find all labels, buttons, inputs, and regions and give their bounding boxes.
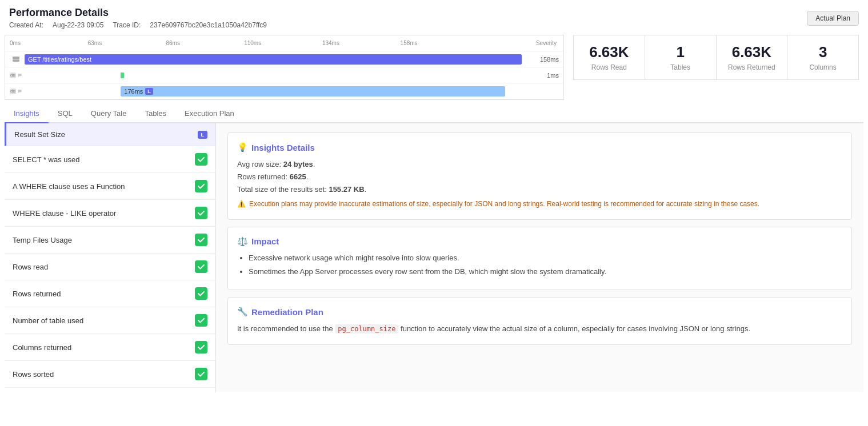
stat-rows-returned: 6.63K Rows Returned	[717, 35, 788, 79]
insight-item-temp-files[interactable]: Temp Files Usage	[5, 227, 215, 254]
insight-item-result-set-size[interactable]: Result Set Size L	[5, 123, 215, 146]
rows-returned-value: 6.63K	[726, 43, 778, 61]
tab-insights[interactable]: Insights	[5, 105, 49, 123]
dot-duration: 1ms	[547, 70, 559, 81]
insight-item-rows-read[interactable]: Rows read	[5, 254, 215, 280]
check-icon-rows-read	[195, 260, 207, 273]
thumbs-down-icon	[17, 72, 22, 79]
detail-insights-body: Avg row size: 24 bytes. Rows returned: 6…	[237, 158, 842, 210]
detail-remediation-title: 🔧 Remediation Plan	[237, 307, 842, 317]
insight-label-rows-returned: Rows returned	[13, 290, 61, 298]
insight-item-rows-sorted[interactable]: Rows sorted	[5, 361, 215, 388]
svg-rect-1	[13, 59, 19, 62]
svg-rect-0	[13, 57, 19, 59]
insight-item-where-function[interactable]: A WHERE clause uses a Function	[5, 173, 215, 200]
created-at-value: Aug-22-23 09:05	[53, 21, 103, 29]
insight-label-temp-files: Temp Files Usage	[13, 236, 72, 244]
detail-impact-title: ⚖️ Impact	[237, 236, 842, 247]
page-header: Performance Details Created At: Aug-22-2…	[0, 0, 868, 33]
row-thumb-1: db	[10, 73, 16, 78]
impact-icon: ⚖️	[237, 236, 248, 247]
tabs-bar: Insights SQL Query Tale Tables Execution…	[5, 105, 863, 123]
detail-insights-title: 💡 Insights Details	[237, 142, 842, 152]
timeline-panel: 0ms 63ms 86ms 110ms 134ms 158ms Severity…	[5, 35, 564, 100]
ruler-63ms: 63ms	[88, 40, 166, 46]
columns-label: Columns	[797, 63, 849, 71]
impact-list: Excessive network usage which might reso…	[237, 252, 842, 279]
detail-remediation-body: It is recommended to use the pg_column_s…	[237, 323, 842, 335]
insight-item-rows-returned[interactable]: Rows returned	[5, 280, 215, 307]
tab-execution-plan[interactable]: Execution Plan	[175, 105, 243, 123]
rows-read-value: 6.63K	[583, 43, 635, 61]
tab-tables[interactable]: Tables	[135, 105, 175, 123]
page-title: Performance Details	[9, 7, 267, 19]
stat-tables: 1 Tables	[645, 35, 717, 79]
insight-item-where-like[interactable]: WHERE clause - LIKE operator	[5, 200, 215, 227]
check-icon-rows-sorted	[195, 368, 207, 380]
insight-label-columns-returned: Columns returned	[13, 343, 71, 352]
insight-label-where-function: A WHERE clause uses a Function	[13, 182, 125, 191]
detail-impact-section: ⚖️ Impact Excessive network usage which …	[227, 227, 852, 291]
stats-cards: 6.63K Rows Read 1 Tables 6.63K Rows Retu…	[573, 35, 859, 80]
tables-label: Tables	[654, 63, 707, 71]
tables-value: 1	[654, 43, 707, 61]
insight-label-number-table: Number of table used	[13, 316, 83, 325]
insight-label-rows-sorted: Rows sorted	[13, 370, 54, 379]
tab-query-tale[interactable]: Query Tale	[82, 105, 136, 123]
database-icon	[12, 55, 20, 63]
check-icon-number-table	[195, 314, 207, 327]
insight-item-select-was-used[interactable]: SELECT * was used	[5, 146, 215, 173]
badge-l: L	[145, 88, 153, 95]
176ms-bar: 176ms L	[121, 86, 505, 97]
get-bar: GET /titles/ratings/best	[25, 54, 522, 65]
row-thumb-2: db	[10, 89, 16, 94]
timeline-row-176ms[interactable]: db 176ms L	[5, 83, 563, 99]
tab-content-insights: Result Set Size L SELECT * was used A WH…	[5, 123, 863, 392]
remediation-icon: 🔧	[237, 307, 248, 317]
lightbulb-icon: 💡	[237, 142, 248, 152]
actual-plan-button[interactable]: Actual Plan	[807, 11, 859, 26]
detail-insights-section: 💡 Insights Details Avg row size: 24 byte…	[227, 132, 852, 220]
created-at-label: Created At:	[9, 21, 43, 29]
insight-item-columns-returned[interactable]: Columns returned	[5, 334, 215, 361]
check-icon-rows-returned	[195, 287, 207, 300]
insight-label-where-like: WHERE clause - LIKE operator	[13, 209, 116, 218]
impact-item-2: Sometimes the App Server processes every…	[249, 266, 842, 278]
ruler-110ms: 110ms	[244, 40, 322, 46]
impact-item-1: Excessive network usage which might reso…	[249, 252, 842, 264]
detail-remediation-section: 🔧 Remediation Plan It is recommended to …	[227, 297, 852, 345]
columns-value: 3	[797, 43, 849, 61]
timeline-ruler: 0ms 63ms 86ms 110ms 134ms 158ms Severity	[5, 35, 563, 51]
stat-columns: 3 Columns	[787, 35, 858, 79]
insight-label-result-set-size: Result Set Size	[14, 130, 65, 139]
check-icon-select	[195, 153, 207, 166]
check-icon-temp-files	[195, 234, 207, 246]
get-duration: 158ms	[540, 54, 559, 65]
ruler-158ms: 158ms	[401, 40, 479, 46]
ruler-0ms: 0ms	[10, 40, 88, 46]
check-icon-where-like	[195, 207, 207, 219]
code-pg-column-size: pg_column_size	[335, 324, 398, 333]
tabs-section: Insights SQL Query Tale Tables Execution…	[0, 100, 868, 392]
insight-list: Result Set Size L SELECT * was used A WH…	[5, 123, 216, 392]
timeline-row-dot[interactable]: db 1ms	[5, 67, 563, 83]
result-set-badge: L	[198, 131, 208, 139]
trace-id-value: 237e609767bc20e3c1a1050a42b7ffc9	[150, 21, 267, 29]
insight-item-optimizer-cost[interactable]: Optimizer cost prediction	[5, 388, 215, 392]
small-bar	[121, 73, 124, 78]
ruler-134ms: 134ms	[322, 40, 401, 46]
insight-item-number-table[interactable]: Number of table used	[5, 307, 215, 334]
warning-text: Execution plans may provide inaccurate e…	[249, 198, 759, 210]
insight-label-rows-read: Rows read	[13, 263, 48, 271]
insight-detail-panel: 💡 Insights Details Avg row size: 24 byte…	[216, 123, 863, 392]
check-icon-where-function	[195, 180, 207, 192]
rows-returned-label: Rows Returned	[726, 63, 778, 71]
ruler-86ms: 86ms	[166, 40, 244, 46]
tab-sql[interactable]: SQL	[49, 105, 82, 123]
insight-label-select-was-used: SELECT * was used	[13, 155, 80, 164]
timeline-row-get[interactable]: GET /titles/ratings/best 158ms	[5, 51, 563, 67]
check-icon-columns-returned	[195, 341, 207, 353]
page-meta: Created At: Aug-22-23 09:05 Trace ID: 23…	[9, 21, 267, 29]
warning-icon: ⚠️	[237, 198, 246, 210]
rows-read-label: Rows Read	[583, 63, 635, 71]
